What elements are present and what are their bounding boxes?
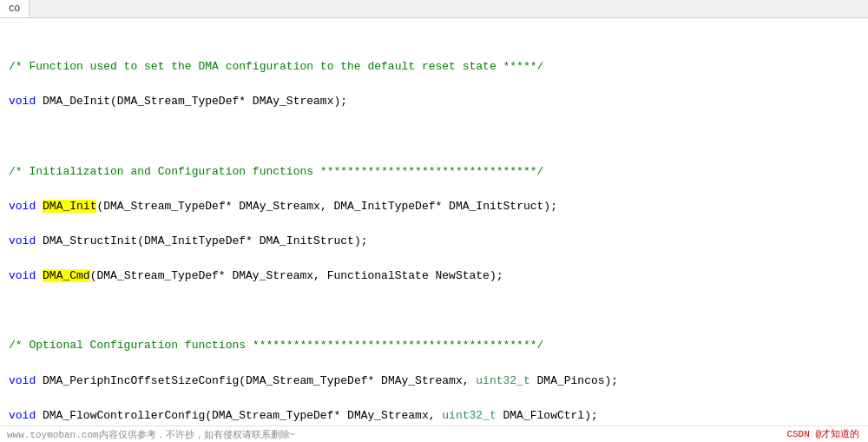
code-line-9: /* Optional Configuration functions ****… bbox=[9, 337, 859, 354]
code-line-3 bbox=[9, 129, 859, 146]
code-area: /* Function used to set the DMA configur… bbox=[0, 18, 868, 442]
tab-label: CO bbox=[9, 3, 20, 14]
code-line-1: /* Function used to set the DMA configur… bbox=[9, 58, 859, 76]
code-line-10: void DMA_PeriphIncOffsetSizeConfig(DMA_S… bbox=[9, 373, 859, 390]
code-line-7: void DMA_Cmd(DMA_Stream_TypeDef* DMAy_St… bbox=[9, 267, 859, 285]
code-line-2: void DMA_DeInit(DMA_Stream_TypeDef* DMAy… bbox=[9, 93, 859, 110]
watermark-text: www.toymoban.com内容仅供参考，不许抄，如有侵权请联系删除~ bbox=[7, 428, 295, 441]
tab-bar: CO bbox=[0, 0, 868, 18]
tab-co[interactable]: CO bbox=[0, 0, 30, 17]
code-line-6: void DMA_StructInit(DMA_InitTypeDef* DMA… bbox=[9, 233, 859, 250]
watermark-bar: www.toymoban.com内容仅供参考，不许抄，如有侵权请联系删除~ CS… bbox=[0, 426, 868, 442]
code-line-5: void DMA_Init(DMA_Stream_TypeDef* DMAy_S… bbox=[9, 198, 859, 215]
code-line-4: /* Initialization and Configuration func… bbox=[9, 163, 859, 181]
code-line-8 bbox=[9, 302, 859, 320]
csdn-badge: CSDN @才知道的 bbox=[786, 426, 859, 442]
code-line-11: void DMA_FlowControllerConfig(DMA_Stream… bbox=[9, 407, 859, 425]
